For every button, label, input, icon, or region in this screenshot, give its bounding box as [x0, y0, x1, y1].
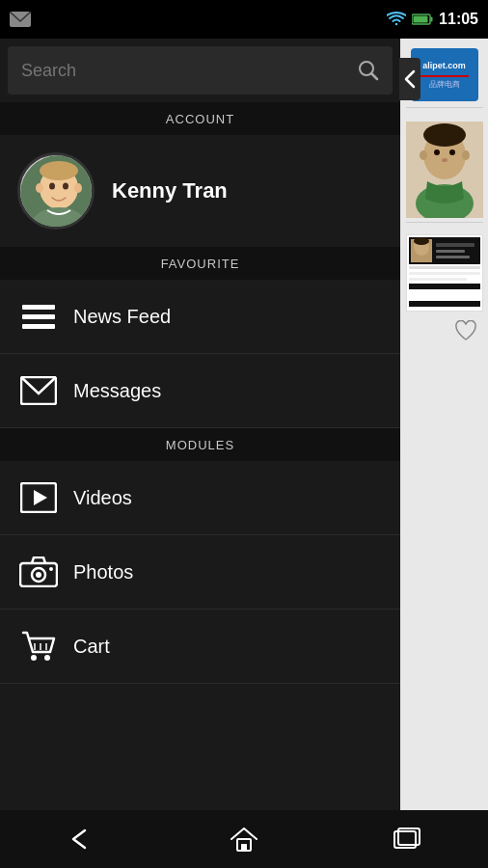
status-bar-right: 11:05: [387, 11, 478, 28]
svg-point-22: [36, 572, 41, 578]
svg-rect-44: [436, 250, 465, 253]
modules-section-header: MODULES: [0, 428, 400, 461]
search-bar[interactable]: [8, 46, 393, 95]
svg-rect-47: [409, 272, 480, 275]
home-icon: [230, 826, 258, 853]
svg-rect-43: [436, 243, 474, 247]
drawer: ACCOUNT: [0, 39, 400, 829]
nav-item-cart[interactable]: Cart: [0, 610, 400, 684]
recents-button[interactable]: [378, 818, 436, 860]
svg-rect-48: [409, 278, 467, 281]
avatar: [17, 152, 95, 230]
nav-label-videos: Videos: [73, 487, 132, 509]
nav-label-cart: Cart: [73, 636, 110, 658]
svg-rect-15: [22, 314, 55, 319]
divider-1: [406, 107, 483, 108]
nav-item-messages[interactable]: Messages: [0, 354, 400, 428]
svg-rect-16: [22, 324, 55, 329]
preview-card-image: [406, 234, 483, 312]
svg-point-31: [423, 123, 466, 147]
app-icon-subtext: 品牌电商: [420, 80, 469, 90]
svg-rect-46: [409, 266, 480, 269]
main-container: ACCOUNT: [0, 39, 488, 829]
envelope-icon: [17, 369, 60, 412]
app-icon[interactable]: alipet.com 品牌电商: [411, 48, 478, 101]
divider-2: [406, 222, 483, 223]
svg-point-25: [44, 655, 50, 661]
battery-icon: [412, 14, 433, 25]
cart-icon: [17, 625, 60, 667]
profile-thumbnail-1: [406, 122, 483, 218]
nav-label-news-feed: News Feed: [73, 306, 171, 328]
svg-rect-50: [409, 301, 480, 307]
svg-point-32: [420, 150, 427, 160]
nav-item-news-feed[interactable]: News Feed: [0, 280, 400, 354]
search-icon: [358, 60, 379, 81]
preview-card[interactable]: [406, 234, 483, 312]
gmail-icon: [10, 12, 31, 27]
svg-point-9: [36, 183, 43, 193]
chevron-left-icon: [404, 69, 416, 89]
camera-icon: [17, 551, 60, 593]
play-icon: [17, 476, 60, 519]
heart-area[interactable]: [406, 312, 483, 350]
nav-bar: [0, 810, 488, 868]
right-panel: alipet.com 品牌电商: [400, 39, 488, 829]
svg-point-36: [442, 158, 447, 162]
panel-toggle[interactable]: [399, 58, 420, 100]
svg-point-35: [449, 149, 455, 155]
status-time: 11:05: [439, 11, 478, 28]
status-bar-left: [10, 12, 31, 27]
account-section-header: ACCOUNT: [0, 102, 400, 135]
svg-rect-2: [414, 16, 428, 23]
svg-point-24: [31, 655, 37, 661]
recents-icon: [393, 827, 421, 851]
svg-point-33: [462, 150, 470, 160]
nav-item-videos[interactable]: Videos: [0, 461, 400, 535]
favourite-section-header: FAVOURITE: [0, 247, 400, 280]
wifi-icon: [387, 12, 406, 27]
nav-label-messages: Messages: [73, 380, 161, 402]
svg-rect-3: [431, 17, 433, 22]
nav-label-photos: Photos: [73, 561, 133, 583]
app-icon-text: alipet.com: [420, 61, 469, 72]
svg-rect-14: [22, 305, 55, 310]
svg-rect-45: [436, 256, 470, 258]
svg-rect-52: [241, 844, 247, 851]
heart-icon[interactable]: [454, 320, 477, 341]
svg-line-5: [371, 73, 377, 79]
status-bar: 11:05: [0, 0, 488, 39]
search-input[interactable]: [21, 61, 358, 81]
svg-point-12: [63, 183, 68, 190]
svg-point-10: [74, 183, 82, 193]
back-button[interactable]: [52, 818, 110, 860]
account-row[interactable]: Kenny Tran: [0, 135, 400, 247]
menu-lines-icon: [17, 295, 60, 338]
nav-item-photos[interactable]: Photos: [0, 535, 400, 610]
svg-marker-19: [34, 490, 47, 505]
svg-point-11: [49, 183, 55, 190]
svg-point-8: [40, 161, 78, 180]
back-icon: [66, 826, 96, 853]
svg-point-34: [434, 149, 440, 155]
account-name: Kenny Tran: [112, 178, 228, 203]
svg-point-42: [414, 237, 429, 245]
home-button[interactable]: [215, 818, 273, 860]
svg-rect-49: [409, 284, 480, 289]
svg-point-23: [49, 567, 53, 571]
